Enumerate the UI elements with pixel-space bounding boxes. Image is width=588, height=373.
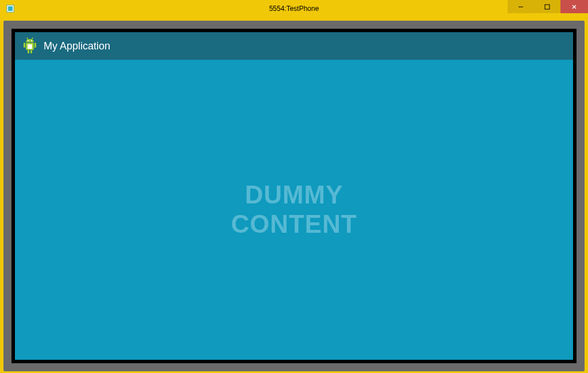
emulator-screen-bezel: My Application DUMMY CONTENT xyxy=(11,29,577,363)
svg-line-7 xyxy=(32,38,33,40)
svg-rect-13 xyxy=(34,43,36,48)
svg-rect-14 xyxy=(28,50,29,53)
minimize-button[interactable] xyxy=(508,0,534,13)
dummy-content-text: DUMMY CONTENT xyxy=(231,180,357,239)
app-title: My Application xyxy=(44,40,110,52)
emulator-app-icon xyxy=(6,4,15,13)
window-titlebar[interactable]: 5554:TestPhone xyxy=(0,0,588,17)
android-screen[interactable]: My Application DUMMY CONTENT xyxy=(15,32,573,360)
window-controls xyxy=(508,0,588,13)
dummy-line-2: CONTENT xyxy=(231,210,357,239)
close-button[interactable] xyxy=(560,0,588,13)
window-title: 5554:TestPhone xyxy=(269,5,319,13)
android-logo-icon xyxy=(22,37,38,55)
dummy-line-1: DUMMY xyxy=(231,180,357,210)
content-area[interactable]: DUMMY CONTENT xyxy=(15,60,573,360)
svg-point-8 xyxy=(28,40,29,41)
svg-rect-12 xyxy=(24,43,25,48)
svg-rect-1 xyxy=(8,6,13,11)
svg-rect-11 xyxy=(28,44,32,49)
maximize-button[interactable] xyxy=(534,0,560,13)
svg-point-9 xyxy=(31,40,32,41)
emulator-frame: My Application DUMMY CONTENT xyxy=(3,21,585,371)
svg-rect-15 xyxy=(30,50,32,53)
svg-line-6 xyxy=(27,38,28,40)
svg-rect-3 xyxy=(545,5,550,9)
action-bar: My Application xyxy=(15,32,573,60)
